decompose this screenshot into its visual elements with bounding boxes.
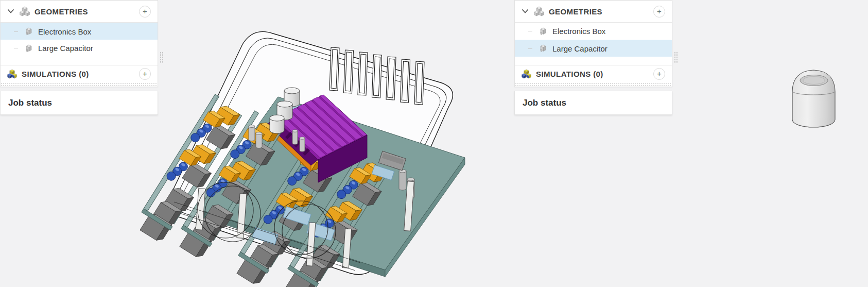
left-geometry-panel: GEOMETRIES + Electronics Box	[0, 0, 158, 87]
tree-connector-stub	[14, 31, 18, 32]
capacitor-body	[792, 70, 835, 127]
large-capacitor-3d-model	[772, 57, 860, 139]
right-geometry-tree: Electronics Box Large Capacitor	[515, 23, 672, 57]
tree-item-large-capacitor[interactable]: Large Capacitor	[515, 40, 672, 57]
chevron-down-icon[interactable]	[522, 9, 529, 14]
tree-spacer	[515, 57, 672, 65]
geometries-label: GEOMETRIES	[549, 7, 602, 16]
simulations-label: SIMULATIONS (0)	[536, 70, 603, 78]
left-simulations-header[interactable]: SIMULATIONS (0) +	[1, 65, 158, 82]
tree-connector-stub	[528, 48, 532, 49]
geometries-label: GEOMETRIES	[34, 7, 88, 16]
chevron-down-icon[interactable]	[7, 9, 14, 14]
right-job-status-panel[interactable]: Job status	[514, 91, 672, 115]
electronics-box-3d-model	[129, 0, 520, 287]
right-geometry-panel: GEOMETRIES + Electronics Box	[514, 0, 672, 87]
tree-item-large-capacitor[interactable]: Large Capacitor	[1, 40, 158, 57]
right-simulations-header[interactable]: SIMULATIONS (0) +	[515, 65, 672, 82]
add-geometry-button[interactable]: +	[139, 6, 151, 18]
simulations-icon	[7, 69, 17, 79]
left-job-status-panel[interactable]: Job status	[0, 91, 158, 115]
panel-dots-texture	[515, 82, 672, 87]
add-geometry-button[interactable]: +	[653, 6, 665, 18]
panel-gap	[514, 87, 672, 91]
simulations-label: SIMULATIONS (0)	[22, 70, 89, 78]
geometry-part-icon	[24, 27, 33, 36]
add-simulation-button[interactable]: +	[653, 68, 665, 80]
tree-spacer	[1, 57, 158, 65]
tree-connector-stub	[14, 48, 18, 48]
left-sidebar-resize-handle[interactable]	[159, 51, 163, 63]
tree-item-label: Large Capacitor	[552, 44, 607, 53]
tree-item-electronics-box[interactable]: Electronics Box	[1, 23, 158, 40]
left-sidebar: GEOMETRIES + Electronics Box	[0, 0, 158, 115]
geometry-part-icon	[539, 44, 548, 53]
tree-connector-stub	[528, 31, 532, 31]
left-geometry-tree: Electronics Box Large Capacitor	[1, 23, 158, 57]
right-geometries-header[interactable]: GEOMETRIES +	[515, 1, 672, 23]
tree-item-label: Electronics Box	[552, 27, 605, 36]
geometry-part-icon	[539, 27, 548, 36]
add-simulation-button[interactable]: +	[139, 68, 151, 80]
geometries-icon	[20, 6, 30, 16]
geometries-icon	[534, 6, 544, 16]
viewport-electronics-box[interactable]	[129, 0, 520, 287]
viewport-large-capacitor[interactable]	[772, 57, 860, 139]
panel-gap	[0, 87, 158, 91]
simulations-icon	[522, 69, 531, 79]
right-sidebar: GEOMETRIES + Electronics Box	[514, 0, 672, 115]
geometry-part-icon	[24, 44, 33, 53]
tree-item-electronics-box[interactable]: Electronics Box	[515, 23, 672, 40]
right-sidebar-resize-handle[interactable]	[673, 51, 678, 63]
job-status-label: Job status	[8, 98, 52, 108]
tree-item-label: Large Capacitor	[38, 44, 93, 53]
tree-item-label: Electronics Box	[38, 27, 91, 36]
left-geometries-header[interactable]: GEOMETRIES +	[1, 1, 158, 23]
job-status-label: Job status	[523, 98, 566, 108]
panel-dots-texture	[1, 82, 158, 87]
